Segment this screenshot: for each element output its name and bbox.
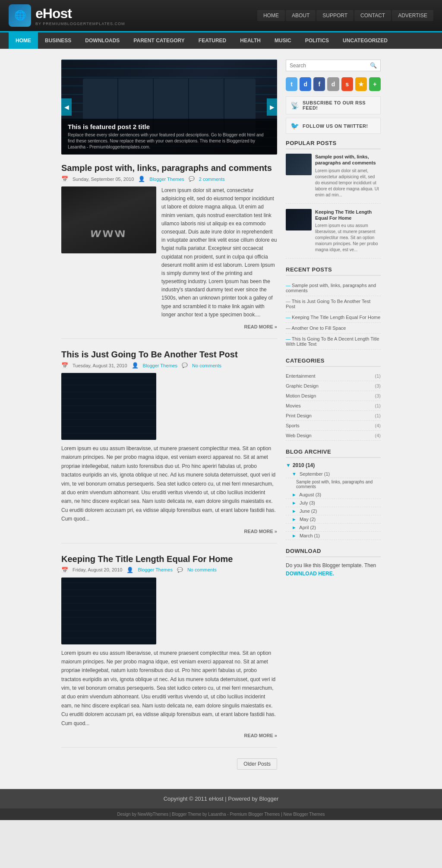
featured-slider: ◀ ▶ This is featured post 2 title Replac…: [61, 60, 277, 155]
article-2-author[interactable]: Blogger Themes: [143, 363, 178, 368]
nav-business[interactable]: BUSINESS: [38, 32, 78, 49]
article-3-full-text: Lorem ipsum eu usu assum liberavisse, ut…: [61, 649, 277, 728]
footer-credits: Design by NewWpThemes | Blogger Theme by…: [0, 808, 442, 820]
search-icon: 🔍: [370, 62, 377, 69]
archive-month-july: ► July (3): [286, 499, 381, 507]
delicious-icon[interactable]: d: [300, 77, 311, 91]
nav-parent-category[interactable]: PARENT CATEGORY: [126, 32, 191, 49]
article-1-meta: 📅 Sunday, September 05, 2010 👤 Blogger T…: [61, 176, 277, 182]
article-3-meta: 📅 Friday, August 20, 2010 👤 Blogger Them…: [61, 567, 277, 573]
category-count-graphic-design: (3): [375, 383, 381, 388]
recent-post-link-2[interactable]: This is Just Going To Be Another Test Po…: [286, 299, 370, 309]
category-count-motion-design: (3): [375, 393, 381, 398]
popular-post-1: Sample post with, links, paragraphs and …: [286, 154, 381, 204]
faves-icon[interactable]: ★: [355, 77, 367, 91]
nav-music[interactable]: MUSIC: [268, 32, 298, 49]
archive-section: BLOG ARCHIVE ▼2010 (14) ▼ September (1) …: [286, 448, 381, 540]
article-1-read-more-link[interactable]: READ MORE »: [244, 324, 277, 329]
article-1-read-more: READ MORE »: [61, 323, 277, 330]
category-link-movies[interactable]: Movies: [286, 403, 301, 408]
stumbleupon-icon[interactable]: s: [341, 77, 353, 91]
rss-bar[interactable]: 📡 SUBSCRIBE TO OUR RSS FEED!: [286, 96, 381, 114]
article-2-comments[interactable]: No comments: [192, 363, 221, 368]
twitter-icon[interactable]: t: [286, 77, 297, 91]
recent-post-link-3[interactable]: Keeping The Title Length Equal For Home: [286, 315, 380, 320]
category-link-print-design[interactable]: Print Design: [286, 413, 312, 418]
digg-icon[interactable]: d: [327, 77, 339, 91]
recent-post-3: Keeping The Title Length Equal For Home: [286, 312, 381, 323]
nav-health[interactable]: HEALTH: [233, 32, 268, 49]
search-input[interactable]: [290, 63, 368, 69]
article-3-comments[interactable]: No comments: [187, 567, 217, 572]
older-posts-button[interactable]: Older Posts: [237, 758, 277, 770]
author-icon: 👤: [138, 176, 145, 182]
nav-home[interactable]: HOME: [9, 32, 38, 49]
nav-politics[interactable]: POLITICS: [298, 32, 336, 49]
slider-text: Replace these every slider sentences wit…: [68, 132, 271, 150]
article-3-title: Keeping The Title Length Equal For Home: [61, 554, 277, 564]
recent-post-link-1[interactable]: Sample post with, links, paragraphs and …: [286, 283, 376, 293]
article-1-author[interactable]: Blogger Themes: [149, 177, 184, 182]
archive-month-march-link[interactable]: March (1): [300, 533, 320, 538]
article-1-body: Lorem ipsum dolor sit amet, consectetur …: [61, 186, 277, 319]
comment-icon-3: 💬: [177, 567, 183, 573]
archive-month-june-link[interactable]: June (2): [300, 508, 317, 514]
nav-uncategorized[interactable]: UNCATEGORIZED: [336, 32, 395, 49]
archive-month-september: ▼ September (1): [286, 470, 381, 478]
top-nav-support[interactable]: SUPPORT: [316, 10, 354, 21]
archive-month-april: ► April (2): [286, 524, 381, 532]
twitter-follow-bar[interactable]: 🐦 FOLLOW US ON TWITTER!: [286, 118, 381, 134]
archive-post-sample: Sample post with, links, paragraphs and …: [286, 478, 381, 491]
category-web-design: Web Design (4): [286, 431, 381, 441]
recent-post-5: This Is Going To Be A Decent Length Titl…: [286, 334, 381, 350]
category-link-motion-design[interactable]: Motion Design: [286, 393, 316, 398]
social-icons: t d f d s ★ +: [286, 77, 381, 91]
category-link-graphic-design[interactable]: Graphic Design: [286, 383, 319, 388]
archive-month-august-link[interactable]: August (3): [299, 492, 321, 497]
category-link-sports[interactable]: Sports: [286, 423, 300, 428]
archive-month-may-link[interactable]: May (2): [300, 517, 316, 522]
archive-heading: BLOG ARCHIVE: [286, 448, 381, 458]
top-nav-home[interactable]: HOME: [257, 10, 285, 21]
archive-year-2010[interactable]: ▼2010 (14): [286, 462, 381, 468]
archive-month-september-link[interactable]: September (1): [300, 471, 330, 477]
nav-featured[interactable]: FEATURED: [192, 32, 233, 49]
download-section: DOWNLOAD Do you like this Blogger templa…: [286, 548, 381, 578]
top-nav-contact[interactable]: CONTACT: [354, 10, 391, 21]
top-nav-about[interactable]: ABOUT: [286, 10, 316, 21]
article-1-thumb-visual: [61, 186, 156, 253]
category-movies: Movies (1): [286, 401, 381, 411]
slider-next-button[interactable]: ▶: [267, 98, 277, 116]
archive-month-arrow-mar: ►: [292, 533, 297, 538]
logo-text-area: eHost BY PREMIUMBLOGGERTEMPLATES.COM: [35, 6, 125, 26]
rss-label: SUBSCRIBE TO OUR RSS FEED!: [303, 100, 376, 110]
article-2-read-more-link[interactable]: READ MORE »: [244, 529, 277, 534]
article-2-title-link[interactable]: This is Just Going To Be Another Test Po…: [61, 350, 238, 359]
archive-month-april-link[interactable]: April (2): [299, 525, 316, 530]
facebook-icon[interactable]: f: [313, 77, 325, 91]
article-3-author[interactable]: Blogger Themes: [138, 567, 173, 572]
popular-posts-section: POPULAR POSTS Sample post with, links, p…: [286, 140, 381, 259]
archive-month-may: ► May (2): [286, 515, 381, 524]
slider-prev-button[interactable]: ◀: [61, 98, 72, 116]
article-3-thumb: [61, 578, 156, 644]
archive-month-july-link[interactable]: July (3): [300, 500, 315, 505]
download-text: Do you like this Blogger template. Then: [286, 562, 376, 568]
recent-post-link-5[interactable]: This Is Going To Be A Decent Length Titl…: [286, 336, 379, 347]
download-link[interactable]: DOWNLOAD HERE.: [286, 571, 334, 577]
article-3-title-link[interactable]: Keeping The Title Length Equal For Home: [61, 554, 233, 564]
article-1-comments[interactable]: 2 comments: [199, 177, 225, 182]
nav-downloads[interactable]: DOWNLOADS: [78, 32, 126, 49]
category-motion-design: Motion Design (3): [286, 391, 381, 401]
recent-post-link-4[interactable]: Another One to Fill Space: [286, 325, 346, 331]
category-link-entertainment[interactable]: Entertainment: [286, 373, 315, 379]
archive-month-august: ► August (3): [286, 491, 381, 499]
popular-title-1: Sample post with, links, paragraphs and …: [315, 154, 381, 166]
article-3-read-more-link[interactable]: READ MORE »: [244, 733, 277, 738]
recent-post-1: Sample post with, links, paragraphs and …: [286, 280, 381, 296]
article-1-title-link[interactable]: Sample post with, links, paragraphs and …: [61, 163, 272, 173]
plus-icon[interactable]: +: [369, 77, 381, 91]
category-count-web-design: (4): [375, 433, 381, 438]
category-link-web-design[interactable]: Web Design: [286, 433, 312, 438]
top-nav-advertise[interactable]: ADVERTISE: [392, 10, 433, 21]
